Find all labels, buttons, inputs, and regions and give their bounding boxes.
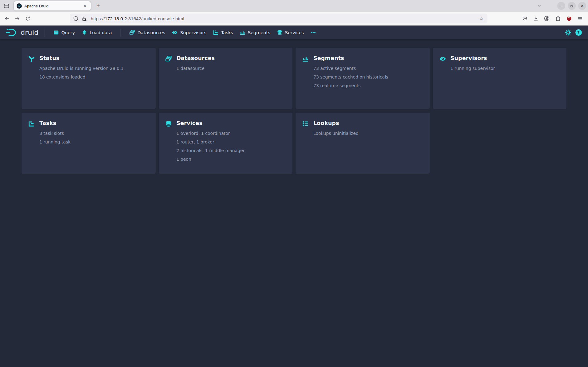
nav-item-tasks[interactable]: Tasks (210, 26, 236, 39)
nav-item-segments[interactable]: Segments (236, 26, 274, 39)
menu-button[interactable] (575, 13, 585, 24)
nav-more-button[interactable] (307, 26, 319, 39)
gear-icon (565, 29, 571, 36)
new-tab-button[interactable]: + (93, 1, 103, 11)
url-text: https://172.18.0.2:31642/unified-console… (91, 16, 184, 21)
window-close-button[interactable]: × (578, 2, 586, 10)
ublock-origin-button[interactable]: uO (564, 13, 574, 24)
card-content: Status Apache Druid is running version 2… (39, 55, 124, 101)
url-bar[interactable]: https://172.18.0.2:31642/unified-console… (70, 14, 487, 23)
nav-item-label: Supervisors (180, 30, 206, 35)
browser-tab-apache-druid[interactable]: Apache Druid × (14, 1, 91, 10)
extensions-puzzle-icon (555, 16, 561, 21)
pocket-button[interactable] (519, 13, 530, 24)
grouped-bar-chart-icon (302, 56, 308, 101)
account-button[interactable] (542, 13, 552, 24)
console-icon (54, 30, 59, 35)
more-dots-icon (311, 30, 316, 35)
toolbar-right-cluster: uO (519, 13, 586, 24)
card-lookups[interactable]: Lookups Lookups uninitialized (296, 113, 430, 174)
chevron-down-icon (537, 3, 542, 8)
list-tabs-button[interactable] (534, 1, 544, 10)
card-content: Tasks 3 task slots 1 running task (39, 120, 70, 166)
back-button[interactable] (2, 13, 12, 24)
card-line: 3 task slots (39, 131, 70, 135)
url-domain: 172.18.0.2 (105, 16, 127, 21)
multi-select-icon (129, 30, 135, 35)
card-title: Status (39, 55, 124, 61)
card-line: 73 realtime segments (313, 83, 388, 88)
card-line: 1 datasource (177, 66, 215, 71)
card-title: Datasources (177, 55, 215, 61)
gantt-chart-icon (28, 121, 34, 166)
url-scheme: https:// (91, 16, 105, 21)
browser-tabstrip: Apache Druid × + − × (0, 0, 588, 12)
nav-item-label: Services (285, 30, 304, 35)
card-title: Services (177, 120, 245, 126)
nav-item-datasources[interactable]: Datasources (126, 26, 169, 39)
multi-select-icon (165, 56, 172, 101)
database-icon (277, 30, 282, 35)
card-content: Lookups Lookups uninitialized (313, 120, 359, 166)
ublock-origin-shield-icon (566, 16, 572, 21)
database-icon (165, 121, 172, 166)
reload-icon (25, 16, 30, 21)
pocket-icon (522, 16, 527, 21)
nav-item-services[interactable]: Services (274, 26, 307, 39)
tracking-protection-shield-icon[interactable] (72, 14, 80, 23)
druid-brand[interactable]: druid (4, 27, 39, 38)
screen: Apache Druid × + − × (0, 0, 588, 367)
firefox-view-icon (4, 3, 9, 9)
card-status[interactable]: Status Apache Druid is running version 2… (22, 48, 156, 109)
hamburger-menu-icon (578, 16, 583, 21)
window-close-icon: × (581, 4, 583, 8)
card-line: 73 active segments (313, 66, 388, 71)
card-content: Services 1 overlord, 1 coordinator 1 rou… (177, 120, 245, 166)
nav-item-query[interactable]: Query (50, 26, 78, 39)
nav-item-label: Query (62, 30, 75, 35)
bookmark-star-icon[interactable]: ☆ (477, 14, 486, 23)
card-content: Datasources 1 datasource (177, 55, 215, 101)
firefox-view-button[interactable] (2, 1, 11, 10)
card-title: Lookups (313, 120, 359, 126)
card-line: 1 peon (177, 157, 245, 161)
card-segments[interactable]: Segments 73 active segments 73 segments … (296, 48, 430, 109)
browser-toolbar: https://172.18.0.2:31642/unified-console… (0, 12, 588, 26)
druid-navbar: druid Query Load data (0, 26, 588, 39)
card-datasources[interactable]: Datasources 1 datasource (159, 48, 293, 109)
nav-item-supervisors[interactable]: Supervisors (169, 26, 210, 39)
card-line: 18 extensions loaded (39, 75, 124, 79)
navbar-divider (121, 29, 121, 37)
card-tasks[interactable]: Tasks 3 task slots 1 running task (22, 113, 156, 174)
druid-favicon (17, 3, 22, 9)
card-title: Tasks (39, 120, 70, 126)
tab-close-icon[interactable]: × (82, 3, 88, 9)
properties-list-icon (302, 121, 308, 166)
help-button[interactable]: ? (573, 27, 584, 38)
forward-icon (15, 16, 20, 21)
account-icon (544, 16, 550, 21)
upload-arrow-icon (82, 30, 87, 35)
card-line: 1 overlord, 1 coordinator (177, 131, 245, 135)
window-restore-button[interactable] (568, 2, 576, 10)
lock-warning-icon[interactable] (80, 14, 88, 23)
window-minimize-button[interactable]: − (557, 2, 565, 10)
tab-title: Apache Druid (24, 4, 82, 8)
forward-button[interactable] (12, 13, 22, 24)
eye-icon (439, 56, 446, 101)
reload-button[interactable] (22, 13, 33, 24)
home-cards-grid: Status Apache Druid is running version 2… (0, 39, 588, 182)
card-line: Lookups uninitialized (313, 131, 359, 135)
extensions-button[interactable] (553, 13, 563, 24)
help-icon: ? (575, 29, 582, 36)
card-line: 1 running task (39, 140, 70, 144)
settings-button[interactable] (563, 27, 573, 38)
card-line: 1 router, 1 broker (177, 140, 245, 144)
card-services[interactable]: Services 1 overlord, 1 coordinator 1 rou… (159, 113, 293, 174)
card-line: 2 historicals, 1 middle manager (177, 148, 245, 153)
downloads-button[interactable] (530, 13, 541, 24)
card-supervisors[interactable]: Supervisors 1 running supervisor (433, 48, 567, 109)
card-line: Apache Druid is running version 28.0.1 (39, 66, 124, 71)
nav-item-load-data[interactable]: Load data (78, 26, 115, 39)
download-icon (533, 16, 538, 21)
